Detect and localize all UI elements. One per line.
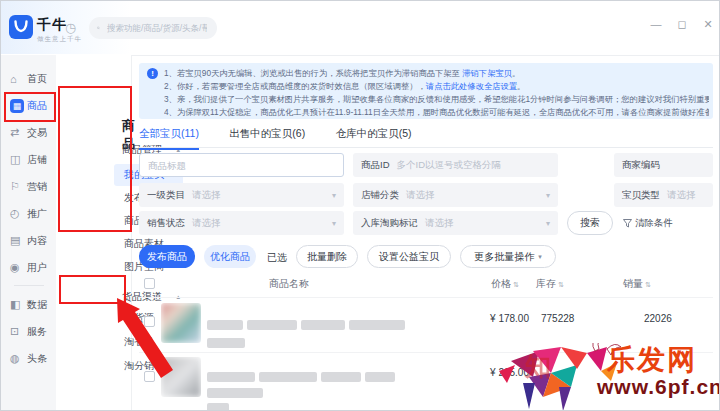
sidebar-item-home[interactable]: ⌂ 首页 xyxy=(1,65,56,92)
sidebar-item-marketing[interactable]: ⚐ 营销 xyxy=(1,173,56,200)
search-input[interactable] xyxy=(105,22,209,34)
chevron-down-icon: ▾ xyxy=(538,253,542,261)
search-icon xyxy=(97,23,100,33)
category-select[interactable]: 一级类目 请选择 ▾ xyxy=(139,183,344,207)
clear-filter-icon xyxy=(623,219,632,228)
shop-icon: ◫ xyxy=(10,153,24,166)
chevron-down-icon: ▾ xyxy=(332,219,336,228)
tab-in-warehouse[interactable]: 仓库中的宝贝(5) xyxy=(336,127,412,148)
top-bar: 千牛 做生意上千牛 ◷ — ◻ ✕ xyxy=(1,1,720,56)
column-header-stock[interactable]: 库存⇅ xyxy=(536,277,564,291)
sidebar-item-shop[interactable]: ◫ 店铺 xyxy=(1,146,56,173)
column-header-name: 商品名称 xyxy=(269,277,309,291)
sidebar-item-headlines[interactable]: ◍ 头条 xyxy=(1,345,56,372)
sidebar-item-users[interactable]: ◉ 用户 xyxy=(1,254,56,281)
close-button[interactable]: ✕ xyxy=(701,18,715,31)
tab-on-sale[interactable]: 出售中的宝贝(6) xyxy=(229,127,305,148)
sidebar-item-promotion[interactable]: ◴ 推广 xyxy=(1,200,56,227)
annotation-arrow xyxy=(115,296,177,382)
app-window: 千牛 做生意上千牛 ◷ — ◻ ✕ ⌂ 首页 ▦ 商品 ⇄ 交易 ◫ xyxy=(0,0,720,411)
item-type-select[interactable]: 宝贝类型 请选择 xyxy=(614,183,713,207)
search-button[interactable]: 搜索 xyxy=(567,211,613,235)
notice-line: 2、你好，若需要管理全店或商品维度的发货时效信息（限区域调整），请点击此处修改全… xyxy=(164,80,709,93)
global-search[interactable] xyxy=(89,17,217,39)
watermark-stamp: 知 xyxy=(525,349,551,384)
sort-icon: ⇅ xyxy=(558,281,564,288)
stock-cell: 775228 xyxy=(541,313,574,324)
product-subtitle-redacted xyxy=(207,398,233,411)
merchant-code-input[interactable]: 商家编码 xyxy=(614,153,713,177)
clock-icon[interactable]: ◷ xyxy=(65,20,76,35)
item-status-tabs: 全部宝贝(11) 出售中的宝贝(6) 仓库中的宝贝(5) xyxy=(139,123,713,148)
chevron-down-icon: ▾ xyxy=(332,191,336,200)
sidebar-item-goods[interactable]: ▦ 商品 xyxy=(1,92,56,119)
watermark-site-url: www.6pf.cn xyxy=(597,375,720,399)
sidebar-item-content[interactable]: ▤ 内容 xyxy=(1,227,56,254)
service-icon: ⊡ xyxy=(10,325,24,338)
sidebar-divider xyxy=(14,285,44,286)
primary-sidebar: ⌂ 首页 ▦ 商品 ⇄ 交易 ◫ 店铺 ⚐ 营销 ◴ 推广 ▤ 内容 ◉ 用户 xyxy=(1,55,57,411)
product-title-redacted xyxy=(207,315,447,351)
sale-status-select[interactable]: 销售状态 请选择 ▾ xyxy=(139,211,344,235)
shop-category-select[interactable]: 店铺分类 请选择 ▾ xyxy=(353,183,558,207)
minimize-button[interactable]: — xyxy=(649,18,663,30)
product-id-input[interactable]: 商品ID 多个ID以逗号或空格分隔 xyxy=(353,153,558,177)
qianniu-bull-logo-icon xyxy=(9,15,33,39)
headlines-icon: ◍ xyxy=(10,352,24,365)
column-header-price[interactable]: 价格⇅ xyxy=(491,277,519,291)
app-title: 千牛 xyxy=(37,16,67,34)
sort-icon: ⇅ xyxy=(513,281,519,288)
optimize-item-button[interactable]: 优化商品 xyxy=(204,245,256,268)
sales-cell: 22026 xyxy=(644,313,672,324)
sidebar-item-service[interactable]: ⊡ 服务 xyxy=(1,318,56,345)
home-icon: ⌂ xyxy=(10,73,24,85)
watermark-site-name: 乐发网 xyxy=(607,341,697,379)
chevron-down-icon: ▾ xyxy=(546,191,550,200)
selected-count-label: 已选 xyxy=(267,251,287,265)
notice-link[interactable]: 请点击此处修改全店设置 xyxy=(426,81,517,91)
column-header-sales[interactable]: 销量⇅ xyxy=(623,277,651,291)
batch-delete-button[interactable]: 批量删除 xyxy=(296,245,358,268)
info-icon: ! xyxy=(147,68,158,79)
product-title-input[interactable] xyxy=(139,153,344,177)
sort-icon: ⇅ xyxy=(645,281,651,288)
inbound-mark-select[interactable]: 入库淘购标记 请选择 ▾ xyxy=(353,211,558,235)
app-slogan: 做生意上千牛 xyxy=(37,35,82,44)
notice-link[interactable]: 滞销下架宝贝 xyxy=(462,68,512,78)
publish-item-button[interactable]: 发布商品 xyxy=(139,245,195,268)
more-batch-actions-button[interactable]: 更多批量操作 ▾ xyxy=(460,245,556,268)
user-icon: ◉ xyxy=(10,261,24,274)
table-divider xyxy=(139,297,713,298)
select-all-checkbox[interactable] xyxy=(144,278,155,289)
trade-icon: ⇄ xyxy=(10,126,24,139)
data-icon: ◧ xyxy=(10,298,24,311)
chevron-down-icon: ▾ xyxy=(546,219,550,228)
goods-icon: ▦ xyxy=(10,99,24,113)
promotion-icon: ◴ xyxy=(10,207,24,220)
sidebar-item-trade[interactable]: ⇄ 交易 xyxy=(1,119,56,146)
notice-line: 3、亲，我们提供了一个宝贝素材图片共享服务，期望收集各位商家的反馈和使用感受，希… xyxy=(164,93,709,106)
notice-line: 4、为保障双11大促稳定，商品优化工具预计在11.9-11.11日全天禁用，届时… xyxy=(164,106,709,119)
maximize-button[interactable]: ◻ xyxy=(675,18,689,31)
clear-filters-button[interactable]: 清除条件 xyxy=(623,211,673,235)
marketing-flag-icon: ⚐ xyxy=(10,180,24,193)
set-charity-item-button[interactable]: 设置公益宝贝 xyxy=(367,245,451,268)
price-cell: ¥ 178.00 xyxy=(456,313,529,324)
tab-all-items[interactable]: 全部宝贝(11) xyxy=(139,127,199,150)
content-icon: ▤ xyxy=(10,234,24,247)
sidebar-item-data[interactable]: ◧ 数据 xyxy=(1,291,56,318)
notice-line: 1、若宝贝90天内无编辑、浏览或出售的行为，系统将把宝贝作为滞销商品下架至 滞销… xyxy=(164,67,709,80)
